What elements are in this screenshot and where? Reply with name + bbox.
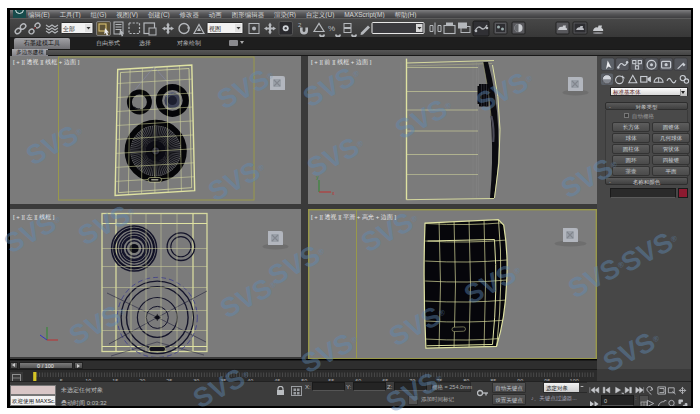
svg-text:%: % xyxy=(328,24,335,33)
svg-text:全部: 全部 xyxy=(62,25,75,33)
svg-text:x: x xyxy=(332,190,335,196)
svg-text:2: 2 xyxy=(298,22,302,28)
svg-text:视图: 视图 xyxy=(209,25,221,33)
